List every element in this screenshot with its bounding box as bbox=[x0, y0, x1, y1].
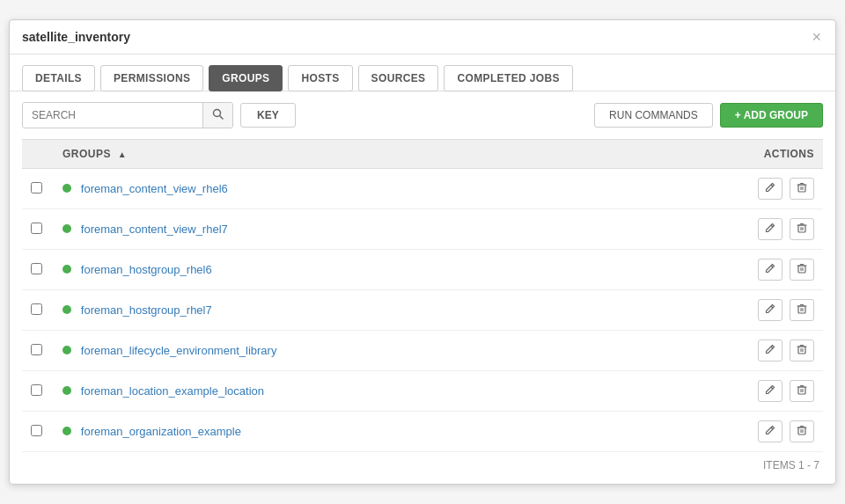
group-link[interactable]: foreman_hostgroup_rhel7 bbox=[81, 303, 212, 317]
trash-icon bbox=[797, 425, 807, 435]
row-actions-cell bbox=[631, 209, 823, 250]
group-link[interactable]: foreman_content_view_rhel7 bbox=[81, 223, 228, 236]
edit-button[interactable] bbox=[758, 380, 783, 402]
edit-button[interactable] bbox=[758, 218, 783, 240]
delete-button[interactable] bbox=[790, 178, 814, 200]
row-checkbox-cell bbox=[22, 371, 54, 412]
edit-button[interactable] bbox=[758, 340, 783, 362]
table-row: foreman_lifecycle_environment_library bbox=[22, 331, 823, 371]
sort-icon: ▲ bbox=[118, 150, 127, 159]
group-link[interactable]: foreman_organization_example bbox=[81, 425, 241, 438]
svg-rect-2 bbox=[798, 185, 805, 192]
delete-button[interactable] bbox=[790, 340, 814, 362]
delete-button[interactable] bbox=[790, 420, 814, 442]
group-link[interactable]: foreman_location_example_location bbox=[81, 384, 264, 398]
trash-icon bbox=[797, 263, 807, 274]
row-checkbox[interactable] bbox=[31, 263, 42, 274]
trash-icon bbox=[797, 344, 807, 354]
table-header-row: GROUPS ▲ ACTIONS bbox=[22, 140, 823, 169]
pencil-icon bbox=[765, 344, 775, 354]
row-checkbox[interactable] bbox=[31, 384, 42, 396]
row-actions-cell bbox=[631, 371, 823, 412]
row-name-cell: foreman_content_view_rhel6 bbox=[54, 169, 631, 209]
tab-bar: DETAILS PERMISSIONS GROUPS HOSTS SOURCES… bbox=[10, 55, 835, 91]
delete-button[interactable] bbox=[790, 299, 814, 321]
tab-permissions[interactable]: PERMISSIONS bbox=[100, 65, 203, 91]
row-checkbox-cell bbox=[22, 412, 54, 452]
delete-button[interactable] bbox=[790, 380, 814, 402]
row-name-cell: foreman_content_view_rhel7 bbox=[54, 209, 631, 250]
row-name-cell: foreman_hostgroup_rhel6 bbox=[54, 250, 631, 290]
row-name-cell: foreman_organization_example bbox=[54, 412, 631, 452]
tab-sources[interactable]: SOURCES bbox=[358, 65, 439, 91]
table-row: foreman_content_view_rhel7 bbox=[22, 209, 823, 250]
row-actions-cell bbox=[631, 169, 823, 209]
pencil-icon bbox=[765, 425, 775, 435]
row-name-cell: foreman_hostgroup_rhel7 bbox=[54, 290, 631, 331]
table-row: foreman_hostgroup_rhel6 bbox=[22, 250, 823, 290]
row-actions-cell bbox=[631, 290, 823, 331]
edit-button[interactable] bbox=[758, 259, 783, 281]
header-groups-col[interactable]: GROUPS ▲ bbox=[54, 140, 631, 169]
edit-button[interactable] bbox=[758, 178, 783, 200]
groups-table: GROUPS ▲ ACTIONS foreman_content_view_rh… bbox=[22, 139, 823, 452]
items-count: ITEMS 1 - 7 bbox=[22, 452, 823, 471]
row-checkbox[interactable] bbox=[31, 344, 42, 355]
svg-rect-3 bbox=[798, 225, 805, 232]
row-checkbox-cell bbox=[22, 250, 54, 290]
tab-hosts[interactable]: HOSTS bbox=[288, 65, 352, 91]
toolbar: KEY RUN COMMANDS + ADD GROUP bbox=[10, 91, 835, 139]
window-header: satellite_inventory × bbox=[10, 20, 835, 55]
row-actions-cell bbox=[631, 412, 823, 452]
tab-completed-jobs[interactable]: COMPLETED JOBS bbox=[444, 65, 572, 91]
status-dot bbox=[62, 427, 71, 435]
table-row: foreman_location_example_location bbox=[22, 371, 823, 412]
delete-button[interactable] bbox=[790, 259, 814, 281]
group-link[interactable]: foreman_content_view_rhel6 bbox=[81, 182, 228, 195]
search-button[interactable] bbox=[202, 103, 232, 128]
edit-button[interactable] bbox=[758, 420, 783, 442]
edit-button[interactable] bbox=[758, 299, 783, 321]
key-button[interactable]: KEY bbox=[240, 103, 296, 128]
search-input[interactable] bbox=[23, 103, 202, 128]
status-dot bbox=[62, 305, 71, 314]
svg-rect-7 bbox=[798, 387, 805, 394]
add-group-button[interactable]: + ADD GROUP bbox=[720, 103, 823, 128]
search-wrap bbox=[22, 102, 233, 128]
status-dot bbox=[62, 224, 71, 233]
trash-icon bbox=[797, 223, 807, 233]
svg-rect-6 bbox=[798, 347, 805, 354]
table-row: foreman_organization_example bbox=[22, 412, 823, 452]
run-commands-button[interactable]: RUN COMMANDS bbox=[594, 103, 713, 128]
row-checkbox-cell bbox=[22, 169, 54, 209]
trash-icon bbox=[797, 182, 807, 193]
tab-groups[interactable]: GROUPS bbox=[209, 65, 283, 91]
delete-button[interactable] bbox=[790, 218, 814, 240]
row-actions-cell bbox=[631, 331, 823, 371]
row-checkbox[interactable] bbox=[31, 425, 42, 436]
svg-line-1 bbox=[220, 116, 224, 120]
pencil-icon bbox=[765, 223, 775, 233]
table-row: foreman_hostgroup_rhel7 bbox=[22, 290, 823, 331]
row-checkbox-cell bbox=[22, 209, 54, 250]
pencil-icon bbox=[765, 384, 775, 395]
status-dot bbox=[62, 184, 71, 193]
row-checkbox-cell bbox=[22, 331, 54, 371]
window-title: satellite_inventory bbox=[22, 30, 130, 44]
tab-details[interactable]: DETAILS bbox=[22, 65, 95, 91]
pencil-icon bbox=[765, 263, 775, 274]
search-icon bbox=[212, 108, 224, 120]
row-name-cell: foreman_location_example_location bbox=[54, 371, 631, 412]
row-actions-cell bbox=[631, 250, 823, 290]
row-checkbox[interactable] bbox=[31, 303, 42, 315]
svg-rect-4 bbox=[798, 266, 805, 273]
svg-rect-5 bbox=[798, 306, 805, 313]
close-button[interactable]: × bbox=[810, 29, 823, 45]
main-window: satellite_inventory × DETAILS PERMISSION… bbox=[9, 19, 836, 485]
group-link[interactable]: foreman_lifecycle_environment_library bbox=[81, 344, 277, 357]
row-checkbox[interactable] bbox=[31, 223, 42, 234]
group-link[interactable]: foreman_hostgroup_rhel6 bbox=[81, 263, 212, 276]
trash-icon bbox=[797, 303, 807, 314]
row-name-cell: foreman_lifecycle_environment_library bbox=[54, 331, 631, 371]
row-checkbox[interactable] bbox=[31, 182, 42, 194]
